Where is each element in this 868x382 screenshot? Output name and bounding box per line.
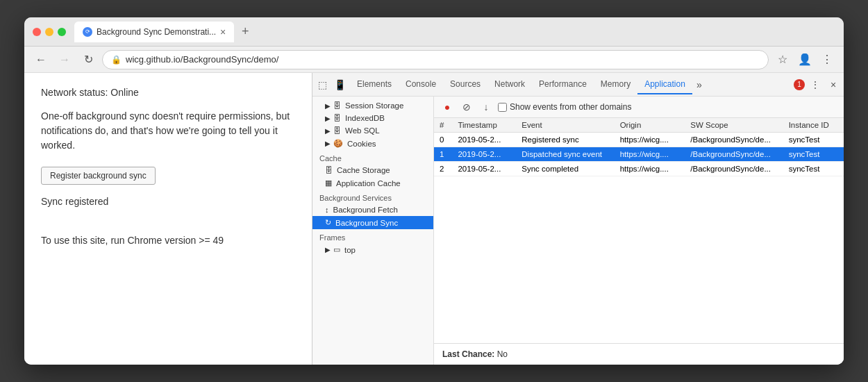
top-frame-icon: ▭: [333, 245, 340, 254]
session-storage-icon: 🗄: [333, 101, 341, 110]
cache-section-header: Cache: [312, 150, 433, 164]
tab-memory[interactable]: Memory: [594, 75, 637, 94]
tab-bar: ⟳ Background Sync Demonstrati... × +: [74, 22, 835, 42]
expand-arrow-icon: ▶: [325, 127, 331, 135]
browser-window: ⟳ Background Sync Demonstrati... × + ← →…: [24, 17, 844, 365]
detail-bar: Last Chance: No: [434, 343, 844, 365]
devtools-sidebar: ▶ 🗄 Session Storage ▶ 🗄 IndexedDB ▶ 🗄 We…: [312, 97, 434, 365]
sidebar-label-top: top: [344, 246, 356, 254]
devtools-icon2: 📱: [331, 79, 349, 90]
sidebar-item-websql[interactable]: ▶ 🗄 Web SQL: [312, 124, 433, 137]
panel-toolbar: ● ⊘ ↓ Show events from other domains: [434, 97, 844, 118]
lock-icon: 🔒: [111, 55, 122, 65]
close-traffic-light[interactable]: [33, 28, 41, 36]
sync-status: Sync registered: [41, 196, 295, 207]
nav-bar: ← → ↻ 🔒 wicg.github.io/BackgroundSync/de…: [24, 47, 844, 73]
devtools-close-button[interactable]: ×: [826, 77, 841, 92]
download-button[interactable]: ↓: [478, 99, 494, 115]
address-bar[interactable]: 🔒 wicg.github.io/BackgroundSync/demo/: [102, 50, 769, 69]
sidebar-label-websql: Web SQL: [345, 126, 380, 135]
col-event: Event: [516, 118, 614, 133]
register-background-sync-button[interactable]: Register background sync: [41, 167, 156, 185]
application-cache-icon: ▦: [325, 178, 332, 188]
expand-arrow-icon: ▶: [325, 115, 331, 122]
menu-button[interactable]: ⋮: [817, 50, 837, 69]
maximize-traffic-light[interactable]: [58, 28, 66, 36]
tab-sources[interactable]: Sources: [443, 75, 487, 94]
network-status: Network status: Online: [41, 87, 295, 98]
sidebar-item-top[interactable]: ▶ ▭ top: [312, 243, 433, 256]
table-row[interactable]: 02019-05-2...Registered synchttps://wicg…: [434, 133, 844, 147]
sidebar-item-cache-storage[interactable]: 🗄 Cache Storage: [312, 164, 433, 176]
devtools-main-panel: ● ⊘ ↓ Show events from other domains: [434, 97, 844, 365]
more-tabs-button[interactable]: »: [692, 76, 706, 93]
background-fetch-icon: ↕: [325, 206, 329, 214]
clear-button[interactable]: ⊘: [459, 99, 474, 115]
version-info: To use this site, run Chrome version >= …: [41, 235, 295, 246]
sidebar-label-background-sync: Background Sync: [335, 219, 398, 227]
bookmark-button[interactable]: ☆: [773, 50, 792, 69]
sidebar-item-background-sync[interactable]: ↻ Background Sync: [312, 216, 433, 229]
expand-arrow-icon: ▶: [325, 102, 331, 110]
reload-button[interactable]: ↻: [78, 50, 98, 69]
sync-events-table: # Timestamp Event Origin SW Scope Instan…: [434, 118, 844, 343]
devtools-panel: ⬚ 📱 Elements Console Sources Network Per…: [312, 73, 844, 365]
minimize-traffic-light[interactable]: [45, 28, 53, 36]
sidebar-item-application-cache[interactable]: ▦ Application Cache: [312, 176, 433, 190]
show-events-label: Show events from other domains: [510, 102, 631, 112]
col-sw-scope: SW Scope: [685, 118, 783, 133]
devtools-body: ▶ 🗄 Session Storage ▶ 🗄 IndexedDB ▶ 🗄 We…: [312, 97, 844, 365]
sidebar-item-session-storage[interactable]: ▶ 🗄 Session Storage: [312, 99, 433, 112]
websql-icon: 🗄: [333, 126, 341, 135]
tab-console[interactable]: Console: [399, 75, 443, 94]
last-chance-label: Last Chance:: [442, 349, 494, 359]
cache-storage-icon: 🗄: [325, 166, 333, 174]
background-sync-icon: ↻: [325, 218, 331, 227]
traffic-lights: [33, 28, 66, 36]
tab-network[interactable]: Network: [487, 75, 532, 94]
tab-performance[interactable]: Performance: [532, 75, 594, 94]
show-events-checkbox[interactable]: [498, 103, 507, 112]
sidebar-item-cookies[interactable]: ▶ 🍪 Cookies: [312, 137, 433, 150]
sidebar-label-cookies: Cookies: [347, 140, 376, 148]
title-bar: ⟳ Background Sync Demonstrati... × +: [24, 17, 844, 47]
sidebar-label-application-cache: Application Cache: [336, 179, 401, 188]
back-button[interactable]: ←: [31, 50, 51, 69]
nav-right: ☆ 👤 ⋮: [773, 50, 837, 69]
expand-arrow-icon: ▶: [325, 246, 331, 254]
col-num: #: [434, 118, 452, 133]
table-row[interactable]: 22019-05-2...Sync completedhttps://wicg.…: [434, 162, 844, 176]
devtools-settings-button[interactable]: ⋮: [808, 77, 823, 92]
tab-favicon: ⟳: [83, 27, 92, 37]
tab-elements[interactable]: Elements: [350, 75, 399, 94]
profile-button[interactable]: 👤: [795, 50, 815, 69]
sidebar-item-indexeddb[interactable]: ▶ 🗄 IndexedDB: [312, 112, 433, 124]
col-origin: Origin: [615, 118, 685, 133]
show-events-checkbox-label[interactable]: Show events from other domains: [498, 102, 631, 112]
tab-title: Background Sync Demonstrati...: [97, 27, 216, 37]
frames-section-header: Frames: [312, 229, 433, 243]
devtools-right-controls: 1 ⋮ ×: [794, 77, 841, 92]
sidebar-label-cache-storage: Cache Storage: [337, 166, 390, 174]
tab-application[interactable]: Application: [637, 75, 692, 94]
expand-arrow-icon: ▶: [325, 140, 331, 147]
indexeddb-icon: 🗄: [333, 114, 341, 122]
sidebar-label-session-storage: Session Storage: [345, 101, 403, 110]
forward-button[interactable]: →: [55, 50, 74, 69]
new-tab-button[interactable]: +: [237, 24, 253, 40]
active-tab[interactable]: ⟳ Background Sync Demonstrati... ×: [74, 22, 234, 42]
error-badge: 1: [794, 79, 805, 90]
sidebar-item-background-fetch[interactable]: ↕ Background Fetch: [312, 204, 433, 216]
cookies-icon: 🍪: [333, 139, 343, 148]
main-content: Network status: Online One-off backgroun…: [24, 73, 844, 365]
record-button[interactable]: ●: [440, 99, 455, 115]
col-instance-id: Instance ID: [783, 118, 844, 133]
background-services-header: Background Services: [312, 190, 433, 204]
url-text: wicg.github.io/BackgroundSync/demo/: [126, 54, 278, 65]
webpage: Network status: Online One-off backgroun…: [24, 73, 312, 365]
sidebar-label-background-fetch: Background Fetch: [333, 206, 398, 214]
table-row[interactable]: 12019-05-2...Dispatched sync eventhttps:…: [434, 147, 844, 162]
sidebar-label-indexeddb: IndexedDB: [345, 114, 385, 122]
devtools-tab-bar: ⬚ 📱 Elements Console Sources Network Per…: [312, 73, 844, 97]
tab-close-icon[interactable]: ×: [220, 26, 226, 38]
